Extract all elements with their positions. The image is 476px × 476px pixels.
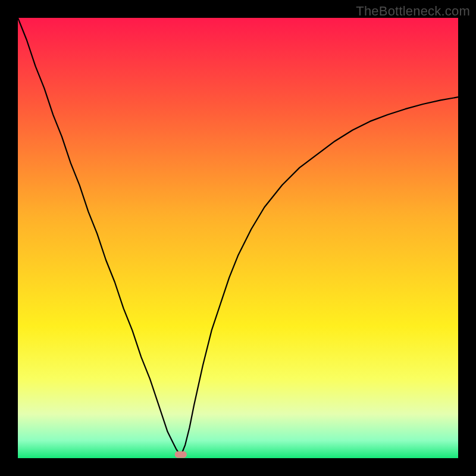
optimum-marker	[175, 452, 187, 458]
chart-plot-area	[18, 18, 458, 458]
chart-svg	[18, 18, 458, 458]
chart-frame: TheBottleneck.com	[0, 0, 476, 476]
attribution-text: TheBottleneck.com	[356, 4, 470, 19]
chart-background-gradient	[18, 18, 458, 458]
